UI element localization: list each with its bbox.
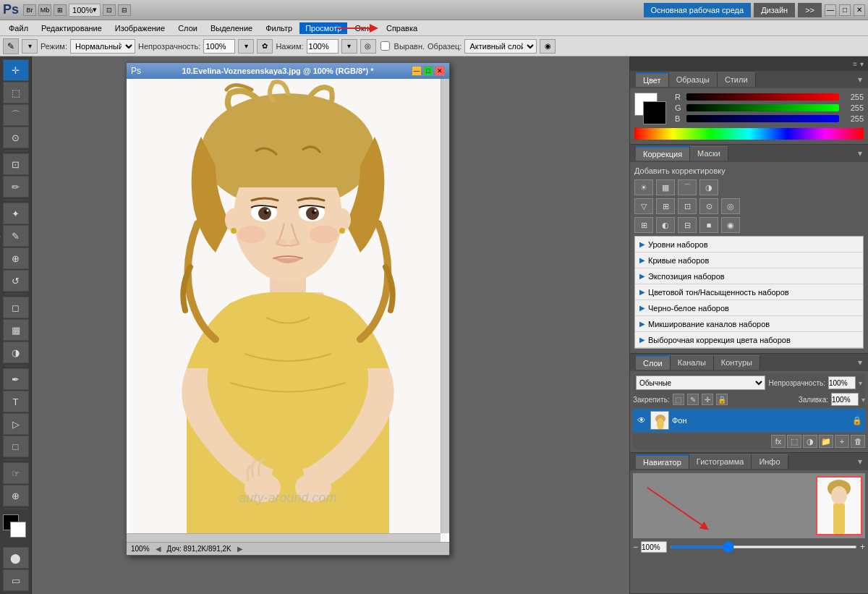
mini-bridge-icon[interactable]: Mb [38, 4, 51, 16]
path-select-tool[interactable]: ▷ [3, 413, 29, 435]
lock-all-btn[interactable]: 🔒 [716, 394, 728, 405]
bridge-icon[interactable]: Br [23, 4, 36, 16]
doc-close-btn[interactable]: ✕ [435, 66, 445, 76]
lock-paint-btn[interactable]: ✎ [687, 394, 699, 405]
design-button[interactable]: Дизайн [754, 3, 795, 17]
zoom-tool[interactable]: ⊕ [3, 485, 29, 506]
quick-select-tool[interactable]: ⊙ [3, 127, 29, 148]
extras-icon[interactable]: ⊟ [118, 4, 131, 16]
nav-zoom-input[interactable] [641, 541, 667, 553]
new-layer-btn[interactable]: + [835, 435, 849, 448]
menu-view[interactable]: Просмотр [299, 22, 347, 34]
nav-zoom-slider[interactable] [670, 546, 857, 548]
opacity-slider-btn[interactable]: ▾ [238, 39, 254, 54]
selective-color-icon[interactable]: ⊙ [699, 198, 718, 214]
nav-left-btn[interactable]: ◀ [156, 545, 161, 553]
type-tool[interactable]: T [3, 391, 29, 412]
lock-pos-btn[interactable]: ✛ [702, 394, 713, 405]
background-color[interactable] [10, 522, 26, 538]
quickmask-btn[interactable]: ⬤ [3, 547, 29, 569]
opacity-input[interactable] [828, 376, 856, 389]
adj-hsl[interactable]: ▶ Цветовой тон/Насыщенность наборов [635, 284, 863, 300]
threshold-icon[interactable]: ⊡ [678, 198, 697, 214]
eraser-tool[interactable]: ◻ [3, 297, 29, 318]
sample-select[interactable]: Активный слой [464, 39, 537, 54]
panel-collapse-btn[interactable]: ≡ [853, 60, 857, 68]
screen-mode-icon[interactable]: ⊡ [103, 4, 116, 16]
menu-select[interactable]: Выделение [205, 22, 258, 34]
new-group-btn[interactable]: 📁 [819, 435, 833, 448]
posterize-icon[interactable]: ⊞ [656, 198, 675, 214]
tab-info[interactable]: Инфо [752, 454, 788, 469]
tab-navigator[interactable]: Навигатор [636, 454, 689, 469]
tab-paths[interactable]: Контуры [714, 355, 760, 370]
zoom-in-btn[interactable]: + [860, 542, 865, 552]
navigator-panel-collapse[interactable]: ▾ [858, 457, 862, 467]
levels-icon[interactable]: ▦ [656, 179, 675, 195]
brightness-icon[interactable]: ☀ [634, 179, 653, 195]
doc-maximize-btn[interactable]: □ [423, 66, 433, 76]
exposure-icon[interactable]: ◑ [699, 179, 718, 195]
delete-layer-btn[interactable]: 🗑 [851, 435, 865, 448]
tab-swatches[interactable]: Образцы [669, 72, 718, 87]
flow-input[interactable] [307, 39, 339, 54]
solid-color-icon[interactable]: ■ [699, 217, 718, 233]
r-slider[interactable] [686, 93, 839, 101]
canvas-scroll-h[interactable] [127, 533, 441, 542]
layer-visibility-btn[interactable]: 👁 [636, 415, 647, 426]
zoom-display[interactable]: 100% ▾ [69, 4, 101, 17]
dodge-tool[interactable]: ◑ [3, 341, 29, 363]
win-maximize-btn[interactable]: □ [839, 4, 851, 16]
panel-menu-btn[interactable]: ▾ [860, 60, 864, 68]
canvas-scroll-v[interactable] [441, 79, 449, 533]
new-adj-btn[interactable]: ◑ [803, 435, 817, 448]
bw-icon[interactable]: ◐ [656, 217, 675, 233]
adj-bw[interactable]: ▶ Черно-белое наборов [635, 300, 863, 316]
vibrance-icon[interactable]: ◉ [721, 217, 740, 233]
shape-tool[interactable]: □ [3, 436, 29, 457]
b-slider[interactable] [686, 115, 839, 122]
photo-filter-icon[interactable]: ⊟ [678, 217, 697, 233]
sample-extra-btn[interactable]: ◉ [540, 39, 556, 54]
gradient-tool[interactable]: ▦ [3, 319, 29, 341]
bg-swatch[interactable] [643, 101, 666, 124]
menu-edit[interactable]: Редактирование [35, 22, 108, 34]
brush-tool[interactable]: ✎ [3, 225, 29, 247]
align-checkbox[interactable] [380, 41, 390, 51]
tab-color[interactable]: Цвет [636, 72, 669, 87]
win-close-btn[interactable]: ✕ [854, 4, 865, 16]
g-slider[interactable] [686, 104, 839, 111]
crop-tool[interactable]: ⊡ [3, 153, 29, 175]
tab-masks[interactable]: Маски [690, 146, 728, 161]
menu-window[interactable]: Окно [349, 22, 379, 34]
layers-panel-collapse[interactable]: ▾ [858, 357, 862, 368]
adj-channelmix[interactable]: ▶ Микширование каналов наборов [635, 316, 863, 332]
opacity-input[interactable] [203, 39, 235, 54]
add-style-btn[interactable]: fx [771, 435, 786, 448]
correction-panel-collapse[interactable]: ▾ [858, 148, 862, 158]
eyedropper-tool[interactable]: ✏ [3, 176, 29, 198]
adj-levels[interactable]: ▶ Уровни наборов [635, 237, 863, 253]
gradient-map-icon[interactable]: ▽ [634, 198, 653, 214]
fill-input[interactable] [831, 393, 859, 406]
stamp-tool[interactable]: ⊕ [3, 247, 29, 269]
fill-dropdown[interactable]: ▾ [861, 396, 865, 404]
menu-help[interactable]: Справка [380, 22, 423, 34]
menu-layers[interactable]: Слои [172, 22, 203, 34]
lock-pixels-btn[interactable]: ⬚ [673, 394, 684, 405]
menu-filter[interactable]: Фильтр [260, 22, 298, 34]
extend-button[interactable]: >> [798, 3, 822, 17]
hand-tool[interactable]: ☞ [3, 462, 29, 484]
flow-slider-btn[interactable]: ▾ [341, 39, 357, 54]
add-mask-btn[interactable]: ⬚ [787, 435, 801, 448]
adj-curves[interactable]: ▶ Кривые наборов [635, 253, 863, 268]
menu-file[interactable]: Файл [3, 22, 34, 34]
tab-histogram[interactable]: Гистограмма [689, 454, 752, 469]
menu-image[interactable]: Изображение [109, 22, 171, 34]
healing-tool[interactable]: ✦ [3, 203, 29, 224]
tab-correction[interactable]: Коррекция [636, 146, 690, 161]
color-swatches[interactable] [3, 514, 29, 540]
workspace-button[interactable]: Основная рабочая среда [644, 3, 752, 17]
mode-select[interactable]: Нормальный [70, 39, 135, 54]
marquee-tool[interactable]: ⬚ [3, 82, 29, 103]
